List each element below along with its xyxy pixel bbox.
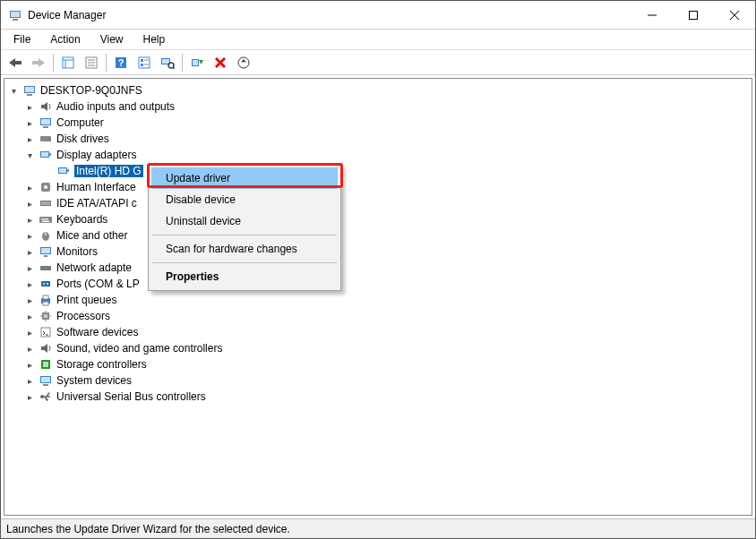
tree-node-keyboards[interactable]: ▸ Keyboards: [6, 211, 750, 227]
tree-node-mice[interactable]: ▸ Mice and other: [6, 227, 750, 244]
tree-node-audio[interactable]: ▸ Audio inputs and outputs: [6, 98, 750, 115]
chevron-right-icon[interactable]: ▸: [24, 311, 35, 321]
chevron-right-icon[interactable]: ▸: [24, 133, 35, 144]
ctx-separator: [152, 235, 337, 235]
chevron-right-icon[interactable]: ▸: [24, 327, 35, 338]
svg-rect-24: [162, 59, 169, 64]
chevron-right-icon[interactable]: ▸: [24, 262, 35, 273]
tree-node-printqueues[interactable]: ▸ Print queues: [6, 292, 750, 308]
svg-rect-19: [141, 59, 143, 62]
svg-rect-86: [43, 384, 48, 386]
tree-node-monitors[interactable]: ▸ Monitors: [6, 244, 750, 260]
chevron-right-icon[interactable]: ▸: [24, 101, 35, 112]
svg-marker-33: [241, 59, 246, 63]
device-tree[interactable]: ▾ DESKTOP-9Q0JNFS ▸ Audio inputs and out…: [4, 78, 752, 516]
chevron-right-icon[interactable]: ▸: [24, 230, 35, 241]
chevron-right-icon[interactable]: ▸: [24, 375, 35, 386]
chevron-right-icon[interactable]: ▸: [24, 117, 35, 128]
menu-view[interactable]: View: [91, 31, 133, 47]
tree-node-system[interactable]: ▸ System devices: [6, 372, 750, 389]
chevron-right-icon[interactable]: ▸: [24, 198, 35, 209]
tree-node-sound[interactable]: ▸ Sound, video and game controllers: [6, 340, 750, 356]
chevron-right-icon[interactable]: ▸: [24, 343, 35, 354]
computer-icon: [22, 83, 37, 98]
tree-node-intel-hd[interactable]: ▸ Intel(R) HD G: [6, 163, 750, 179]
properties-icon[interactable]: [81, 53, 102, 73]
ctx-disable-device[interactable]: Disable device: [151, 189, 338, 210]
svg-rect-72: [43, 302, 48, 305]
tree-label: Computer: [56, 116, 104, 129]
scan-hardware-icon[interactable]: [157, 53, 178, 73]
ctx-properties[interactable]: Properties: [151, 266, 338, 287]
svg-rect-83: [43, 362, 48, 367]
tree-node-ide[interactable]: ▸ IDE ATA/ATAPI c: [6, 195, 750, 211]
svg-rect-21: [141, 64, 143, 66]
back-arrow-icon[interactable]: [4, 53, 26, 73]
remove-icon[interactable]: [210, 53, 231, 73]
svg-marker-81: [41, 344, 47, 353]
show-hidden-icon[interactable]: [57, 53, 79, 73]
disk-icon: [39, 132, 53, 146]
tree-label: Audio inputs and outputs: [56, 100, 175, 113]
svg-rect-67: [41, 281, 50, 287]
svg-rect-36: [27, 94, 32, 96]
chevron-right-icon[interactable]: ▸: [24, 246, 35, 257]
tree-node-display[interactable]: ▾ Display adapters: [6, 147, 750, 163]
system-icon: [39, 373, 53, 388]
mouse-icon: [39, 228, 53, 243]
hid-icon: [39, 180, 53, 194]
svg-point-68: [43, 283, 45, 285]
speaker-icon: [39, 99, 53, 114]
svg-rect-35: [25, 87, 34, 92]
help-icon[interactable]: ?: [110, 53, 132, 73]
details-icon[interactable]: [133, 53, 155, 73]
add-hardware-icon[interactable]: [186, 53, 208, 73]
svg-rect-71: [43, 295, 48, 299]
tree-node-usb[interactable]: ▸ Universal Serial Bus controllers: [6, 389, 750, 405]
svg-rect-1: [11, 12, 20, 17]
maximize-button[interactable]: [673, 1, 714, 30]
svg-rect-40: [43, 126, 48, 128]
update-driver-icon[interactable]: [233, 53, 254, 73]
chevron-down-icon[interactable]: ▾: [8, 85, 19, 96]
tree-node-softwaredevices[interactable]: ▸ Software devices: [6, 324, 750, 340]
chevron-right-icon[interactable]: ▸: [24, 359, 35, 370]
ctx-uninstall-device[interactable]: Uninstall device: [151, 210, 338, 232]
svg-rect-44: [41, 152, 48, 157]
tree-node-network[interactable]: ▸ Network adapte: [6, 260, 750, 276]
tree-node-computer[interactable]: ▸ Computer: [6, 115, 750, 131]
tree-node-ports[interactable]: ▸ Ports (COM & LP: [6, 276, 750, 292]
tree-label: System devices: [56, 374, 132, 387]
menu-action[interactable]: Action: [41, 31, 89, 47]
toolbar-separator: [53, 54, 54, 72]
chevron-right-icon[interactable]: ▸: [24, 295, 35, 305]
close-button[interactable]: [714, 1, 755, 30]
menu-help[interactable]: Help: [134, 31, 175, 47]
tree-node-storage[interactable]: ▸ Storage controllers: [6, 356, 750, 372]
tree-root[interactable]: ▾ DESKTOP-9Q0JNFS: [6, 82, 750, 98]
chevron-right-icon[interactable]: ▸: [24, 391, 35, 402]
chevron-right-icon[interactable]: ▸: [24, 182, 35, 192]
display-adapter-icon: [56, 164, 71, 178]
chevron-right-icon[interactable]: ▸: [24, 214, 35, 225]
forward-arrow-icon[interactable]: [28, 53, 49, 73]
minimize-button[interactable]: [631, 1, 673, 30]
chevron-right-icon[interactable]: ▸: [24, 278, 35, 289]
ctx-scan-hardware[interactable]: Scan for hardware changes: [151, 238, 338, 260]
ctx-separator: [152, 262, 337, 263]
svg-rect-57: [47, 218, 48, 220]
tree-node-processors[interactable]: ▸ Processors: [6, 308, 750, 324]
svg-rect-55: [43, 218, 45, 220]
svg-rect-52: [41, 201, 50, 205]
ctx-update-driver[interactable]: Update driver: [151, 167, 338, 189]
svg-rect-47: [59, 168, 66, 173]
tree-label: Storage controllers: [56, 358, 147, 371]
svg-rect-90: [48, 393, 50, 395]
menu-file[interactable]: File: [4, 31, 39, 47]
chevron-down-icon[interactable]: ▾: [24, 150, 35, 160]
svg-line-26: [173, 67, 175, 69]
tree-node-hid[interactable]: ▸ Human Interface: [6, 179, 750, 195]
svg-marker-37: [41, 102, 47, 111]
tree-node-disk[interactable]: ▸ Disk drives: [6, 131, 750, 147]
titlebar: Device Manager: [1, 1, 755, 30]
